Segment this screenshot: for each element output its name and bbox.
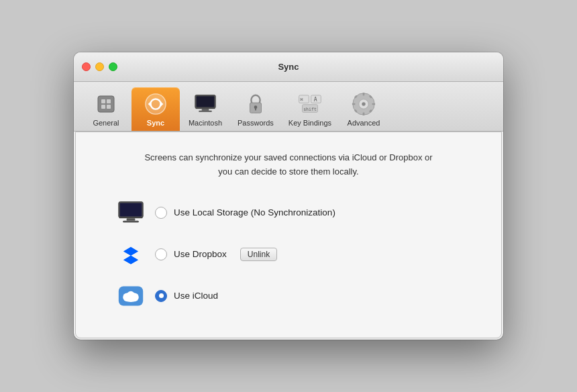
svg-rect-2	[107, 99, 111, 103]
svg-rect-10	[196, 108, 215, 109]
unlink-button[interactable]: Unlink	[240, 248, 277, 261]
tab-passwords[interactable]: Passwords	[231, 87, 280, 131]
close-button[interactable]	[82, 62, 91, 71]
svg-rect-12	[199, 111, 212, 112]
svg-marker-40	[123, 247, 138, 256]
tab-advanced[interactable]: Advanced	[339, 87, 388, 131]
minimize-button[interactable]	[95, 62, 104, 71]
svg-rect-29	[372, 103, 376, 105]
macintosh-icon	[193, 91, 218, 117]
radio-local-button[interactable]	[155, 207, 167, 219]
svg-point-25	[362, 103, 365, 106]
description-line2: you can decide to store them locally.	[218, 166, 358, 177]
dropbox-icon	[116, 240, 146, 269]
option-icloud: Use iCloud	[116, 281, 474, 311]
svg-marker-41	[123, 256, 138, 264]
traffic-lights	[82, 62, 117, 71]
radio-local-label: Use Local Storage (No Synchronization)	[174, 207, 335, 217]
svg-point-46	[127, 291, 135, 299]
svg-rect-0	[98, 96, 114, 112]
radio-icloud-inner	[159, 293, 164, 298]
svg-text:shift: shift	[303, 107, 317, 112]
svg-rect-9	[197, 97, 215, 107]
description: Screens can synchronize your saved conne…	[103, 151, 474, 179]
svg-rect-37	[127, 218, 136, 221]
passwords-icon	[243, 91, 268, 117]
svg-text:A: A	[314, 96, 317, 103]
window-title: Sync	[278, 62, 299, 72]
svg-rect-1	[101, 99, 105, 103]
tab-general[interactable]: General	[82, 87, 130, 131]
svg-rect-27	[363, 113, 365, 116]
radio-icloud-label: Use iCloud	[174, 291, 218, 301]
monitor-icon	[116, 198, 146, 228]
svg-rect-38	[123, 221, 139, 223]
radio-icloud[interactable]: Use iCloud	[155, 290, 218, 302]
sync-icon	[143, 91, 168, 117]
tab-sync-label: Sync	[147, 119, 164, 127]
toolbar: General Sync	[74, 82, 503, 132]
svg-rect-11	[202, 109, 209, 111]
tab-key-bindings[interactable]: ⌘ A shift Key Bindings	[282, 87, 338, 131]
svg-rect-16	[255, 108, 256, 111]
svg-rect-35	[120, 203, 142, 216]
tab-advanced-label: Advanced	[348, 119, 380, 127]
maximize-button[interactable]	[109, 62, 117, 71]
svg-rect-4	[107, 105, 111, 109]
svg-rect-3	[101, 105, 105, 109]
option-local: Use Local Storage (No Synchronization)	[116, 198, 474, 228]
description-line1: Screens can synchronize your saved conne…	[144, 152, 432, 162]
radio-dropbox-label: Use Dropbox	[174, 249, 227, 259]
tab-general-label: General	[93, 119, 119, 127]
content-area: Screens can synchronize your saved conne…	[75, 132, 502, 338]
tab-passwords-label: Passwords	[238, 119, 274, 127]
icloud-icon	[116, 281, 146, 311]
radio-icloud-button[interactable]	[155, 290, 167, 302]
svg-rect-26	[363, 93, 365, 96]
key-bindings-icon: ⌘ A shift	[297, 91, 323, 117]
tab-macintosh[interactable]: Macintosh	[181, 87, 229, 131]
tab-sync[interactable]: Sync	[132, 87, 180, 131]
svg-text:⌘: ⌘	[300, 97, 303, 103]
tab-macintosh-label: Macintosh	[189, 119, 222, 127]
window: Sync General	[74, 52, 503, 340]
sync-options: Use Local Storage (No Synchronization)	[103, 198, 474, 311]
title-bar: Sync	[74, 52, 503, 82]
general-icon	[93, 91, 119, 117]
radio-local[interactable]: Use Local Storage (No Synchronization)	[155, 207, 335, 219]
tab-key-bindings-label: Key Bindings	[288, 119, 331, 127]
advanced-icon	[351, 91, 376, 117]
radio-dropbox[interactable]: Use Dropbox	[155, 248, 227, 260]
svg-rect-36	[119, 217, 143, 218]
option-dropbox: Use Dropbox Unlink	[116, 240, 474, 269]
radio-dropbox-button[interactable]	[155, 248, 167, 260]
svg-rect-28	[352, 103, 356, 105]
